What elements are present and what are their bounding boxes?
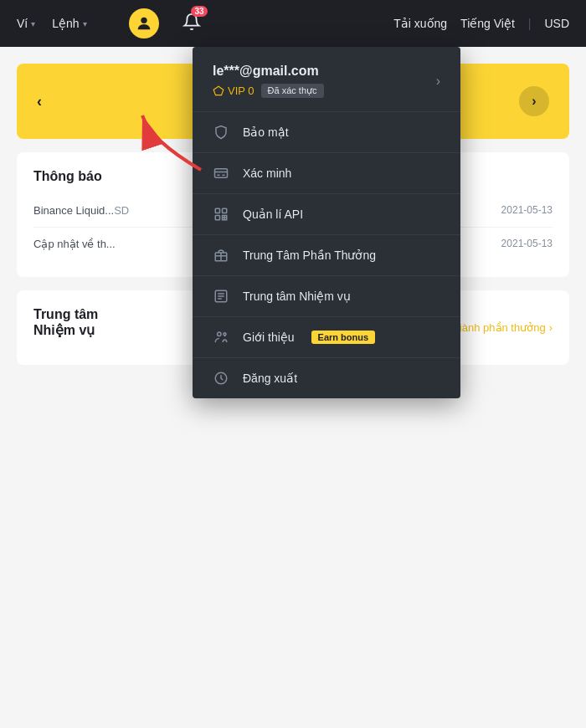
menu-logout-label: Đăng xuất [243, 372, 297, 385]
banner-left-arrow: ‹ [37, 93, 42, 110]
notification-button[interactable]: 33 [182, 13, 201, 35]
shield-icon [213, 124, 229, 141]
arrow-icon: › [549, 321, 553, 334]
language-selector[interactable]: Tiếng Việt [460, 17, 515, 30]
user-info: le***@gmail.com VIP 0 Đã xác thực [213, 64, 324, 98]
svg-rect-9 [215, 216, 219, 220]
chevron-right-icon: › [436, 74, 440, 89]
referral-icon [213, 329, 229, 346]
chevron-down-icon: ▾ [31, 19, 35, 28]
menu-verify-label: Xác minh [243, 167, 291, 180]
divider: | [528, 17, 532, 30]
nav-wallet[interactable]: Ví ▾ [17, 17, 35, 30]
user-dropdown-menu: le***@gmail.com VIP 0 Đã xác thực › Bảo … [193, 47, 460, 398]
task-center-title: Trung tâm Nhiệm vụ [33, 307, 98, 338]
task-icon [213, 288, 229, 305]
notif-date-1: 2021-05-13 [501, 204, 553, 216]
menu-item-api[interactable]: Quản lí API [193, 194, 460, 234]
svg-rect-3 [215, 169, 228, 178]
person-icon [135, 14, 153, 33]
svg-marker-2 [213, 86, 224, 95]
menu-item-security[interactable]: Bảo mật [193, 112, 460, 152]
menu-reward-label: Trung Tâm Phần Thưởng [243, 249, 376, 262]
avatar-button[interactable] [129, 8, 159, 38]
menu-item-task[interactable]: Trung tâm Nhiệm vụ [193, 276, 460, 316]
menu-security-label: Bảo mật [243, 126, 289, 139]
currency-selector[interactable]: USD [544, 17, 569, 30]
user-vip-row: VIP 0 Đã xác thực [213, 84, 324, 98]
menu-item-referral[interactable]: Giới thiệu Earn bonus [193, 317, 460, 357]
earn-bonus-tag: Earn bonus [311, 331, 376, 344]
svg-rect-8 [223, 208, 227, 213]
menu-referral-label: Giới thiệu [243, 331, 295, 344]
download-link[interactable]: Tải xuống [393, 17, 447, 30]
banner-right-arrow[interactable]: › [519, 86, 549, 116]
svg-point-17 [218, 332, 222, 336]
chevron-down-icon: ▾ [83, 19, 87, 28]
header-right: Tải xuống Tiếng Việt | USD [393, 17, 569, 30]
logout-icon [213, 370, 229, 387]
menu-item-reward[interactable]: Trung Tâm Phần Thưởng [193, 235, 460, 275]
vip-label: VIP 0 [213, 85, 254, 97]
id-card-icon [213, 165, 229, 182]
verified-badge: Đã xác thực [261, 84, 324, 98]
nav-wallet-label: Ví [17, 17, 28, 30]
svg-point-0 [141, 18, 146, 23]
api-icon [213, 206, 229, 223]
menu-task-label: Trung tâm Nhiệm vụ [243, 290, 351, 303]
header: Ví ▾ Lệnh ▾ 33 Tải xuống Tiếng Việt | US… [0, 0, 586, 47]
menu-item-verify[interactable]: Xác minh [193, 153, 460, 193]
menu-item-logout[interactable]: Đăng xuất [193, 358, 460, 398]
svg-rect-7 [215, 208, 219, 213]
diamond-icon [213, 85, 224, 97]
nav-orders-label: Lệnh [52, 17, 79, 30]
dropdown-header[interactable]: le***@gmail.com VIP 0 Đã xác thực › [193, 47, 460, 112]
nav-left: Ví ▾ Lệnh ▾ [17, 17, 87, 30]
notif-date-2: 2021-05-13 [501, 238, 553, 249]
user-email: le***@gmail.com [213, 64, 324, 79]
nav-orders[interactable]: Lệnh ▾ [52, 17, 86, 30]
reward-icon [213, 247, 229, 264]
menu-api-label: Quản lí API [243, 208, 303, 221]
svg-point-18 [224, 333, 226, 336]
notification-badge: 33 [191, 6, 207, 17]
